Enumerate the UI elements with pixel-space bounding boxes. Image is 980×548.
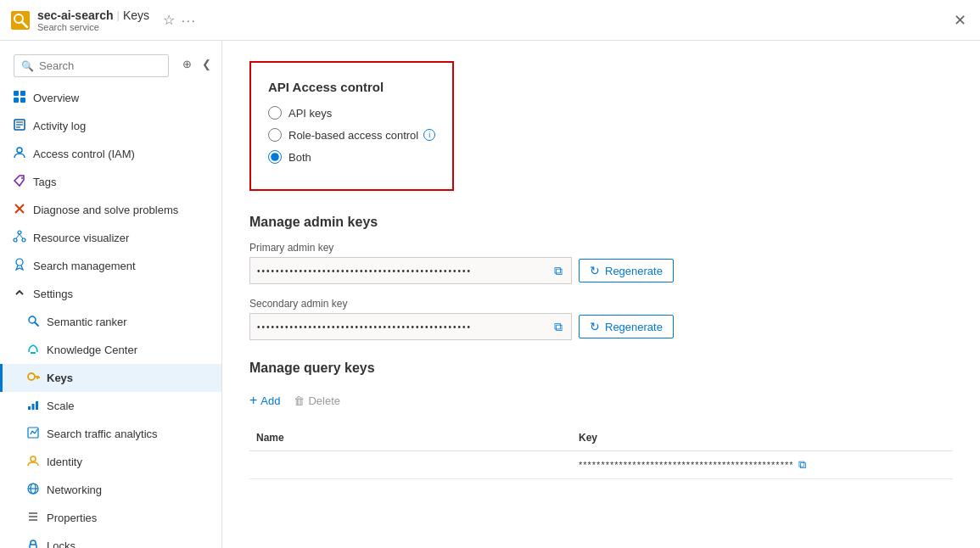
role-based-label: Role-based access control i — [288, 129, 435, 142]
sidebar-item-scale[interactable]: Scale — [0, 392, 221, 420]
svg-rect-29 — [32, 404, 35, 410]
svg-line-34 — [35, 429, 37, 433]
copy-primary-key-button[interactable]: ⧉ — [552, 262, 564, 280]
secondary-key-row: ••••••••••••••••••••••••••••••••••••••••… — [249, 313, 953, 340]
secondary-key-dots: ••••••••••••••••••••••••••••••••••••••••… — [257, 322, 549, 332]
delete-query-key-button[interactable]: 🗑 Delete — [294, 389, 340, 411]
tags-icon — [13, 174, 26, 190]
svg-rect-5 — [14, 98, 19, 103]
pin-sidebar-button[interactable]: ❮ — [199, 56, 215, 72]
sidebar-item-overview[interactable]: Overview — [0, 84, 221, 112]
sidebar-item-label-diagnose: Diagnose and solve problems — [33, 204, 178, 216]
copy-query-key-button[interactable]: ⧉ — [798, 458, 806, 472]
sidebar: 🔍 ⊕ ❮ OverviewActivity logAccess control… — [0, 41, 222, 548]
nav-list: OverviewActivity logAccess control (IAM)… — [0, 84, 221, 548]
sidebar-item-settings[interactable]: Settings — [0, 280, 221, 308]
networking-icon — [26, 482, 40, 498]
title-divider: | — [117, 8, 120, 21]
close-button[interactable]: ✕ — [950, 8, 970, 33]
copy-secondary-key-button[interactable]: ⧉ — [552, 318, 564, 336]
svg-rect-4 — [20, 91, 25, 96]
svg-point-20 — [16, 259, 23, 266]
sidebar-item-label-keys: Keys — [47, 372, 73, 384]
sidebar-item-search-mgmt[interactable]: Search management — [0, 252, 221, 280]
iam-icon — [13, 146, 26, 162]
api-keys-label: API keys — [288, 107, 332, 120]
svg-rect-6 — [20, 98, 25, 103]
query-table-header: Name Key — [249, 425, 953, 451]
svg-rect-23 — [31, 352, 36, 354]
role-based-radio[interactable] — [268, 128, 282, 142]
manage-admin-section: Manage admin keys Primary admin key ••••… — [249, 215, 953, 340]
primary-key-input: ••••••••••••••••••••••••••••••••••••••••… — [249, 257, 572, 284]
scale-icon — [26, 398, 40, 414]
sidebar-item-keys[interactable]: Keys — [0, 364, 221, 392]
favorite-icon[interactable]: ☆ — [163, 12, 175, 28]
sidebar-item-resource-viz[interactable]: Resource visualizer — [0, 224, 221, 252]
sidebar-item-networking[interactable]: Networking — [0, 476, 221, 504]
sidebar-item-label-locks: Locks — [47, 540, 76, 548]
col-name-header: Name — [249, 432, 572, 444]
sidebar-item-label-activity-log: Activity log — [33, 120, 86, 132]
sidebar-item-label-overview: Overview — [33, 92, 79, 104]
secondary-key-label: Secondary admin key — [249, 298, 953, 310]
sidebar-item-knowledge-center[interactable]: Knowledge Center — [0, 336, 221, 364]
sidebar-item-activity-log[interactable]: Activity log — [0, 112, 221, 140]
sidebar-item-label-search-traffic: Search traffic analytics — [47, 428, 158, 440]
query-table-body: ****************************************… — [249, 451, 953, 479]
keys-icon — [26, 370, 40, 386]
svg-line-22 — [35, 322, 38, 326]
sidebar-item-tags[interactable]: Tags — [0, 168, 221, 196]
api-access-control-box: API Access control API keys Role-based a… — [249, 61, 454, 191]
sidebar-item-label-knowledge-center: Knowledge Center — [47, 344, 137, 356]
svg-point-17 — [22, 238, 25, 242]
sidebar-item-label-semantic-ranker: Semantic ranker — [47, 316, 127, 328]
resource-viz-icon — [13, 230, 26, 246]
primary-key-dots: ••••••••••••••••••••••••••••••••••••••••… — [257, 266, 549, 276]
svg-rect-31 — [28, 428, 38, 438]
primary-key-row: ••••••••••••••••••••••••••••••••••••••••… — [249, 257, 953, 284]
more-icon[interactable]: ··· — [182, 14, 197, 27]
service-name-block: sec-ai-search | Keys Search service — [37, 8, 149, 32]
svg-rect-28 — [28, 406, 31, 410]
sidebar-item-label-networking: Networking — [47, 484, 102, 496]
both-option[interactable]: Both — [268, 150, 435, 164]
primary-key-label: Primary admin key — [249, 242, 953, 254]
add-query-key-button[interactable]: + Add — [249, 389, 280, 411]
search-box[interactable]: 🔍 — [14, 54, 169, 77]
regenerate-primary-key-button[interactable]: ↻ Regenerate — [579, 259, 674, 282]
sidebar-item-properties[interactable]: Properties — [0, 504, 221, 532]
collapse-sidebar-button[interactable]: ⊕ — [179, 56, 195, 72]
info-icon[interactable]: i — [423, 129, 435, 141]
sidebar-item-label-iam: Access control (IAM) — [33, 148, 135, 160]
identity-icon — [26, 454, 40, 470]
sidebar-item-label-identity: Identity — [47, 456, 82, 468]
main-layout: 🔍 ⊕ ❮ OverviewActivity logAccess control… — [0, 41, 980, 548]
sidebar-item-locks[interactable]: Locks — [0, 532, 221, 548]
sidebar-item-semantic-ranker[interactable]: Semantic ranker — [0, 308, 221, 336]
role-based-option[interactable]: Role-based access control i — [268, 128, 435, 142]
sidebar-item-identity[interactable]: Identity — [0, 448, 221, 476]
delete-icon: 🗑 — [294, 394, 305, 407]
sidebar-item-search-traffic[interactable]: Search traffic analytics — [0, 420, 221, 448]
both-radio[interactable] — [268, 150, 282, 164]
svg-point-16 — [14, 238, 17, 242]
query-row-key: ****************************************… — [572, 458, 953, 472]
search-traffic-icon — [26, 426, 40, 442]
service-name: sec-ai-search — [37, 8, 114, 22]
regen-secondary-icon: ↻ — [590, 320, 600, 333]
regen-primary-icon: ↻ — [590, 264, 600, 277]
api-keys-option[interactable]: API keys — [268, 106, 435, 120]
regen-primary-label: Regenerate — [605, 265, 663, 277]
api-keys-radio[interactable] — [268, 106, 282, 120]
sidebar-item-iam[interactable]: Access control (IAM) — [0, 140, 221, 168]
regen-secondary-label: Regenerate — [605, 321, 663, 333]
manage-query-title: Manage query keys — [249, 361, 953, 376]
properties-icon — [26, 510, 40, 526]
regenerate-secondary-key-button[interactable]: ↻ Regenerate — [579, 315, 674, 338]
add-icon: + — [249, 393, 257, 408]
sidebar-item-diagnose[interactable]: Diagnose and solve problems — [0, 196, 221, 224]
content-area: API Access control API keys Role-based a… — [222, 41, 980, 548]
search-input[interactable] — [39, 59, 161, 72]
semantic-ranker-icon — [26, 314, 40, 330]
